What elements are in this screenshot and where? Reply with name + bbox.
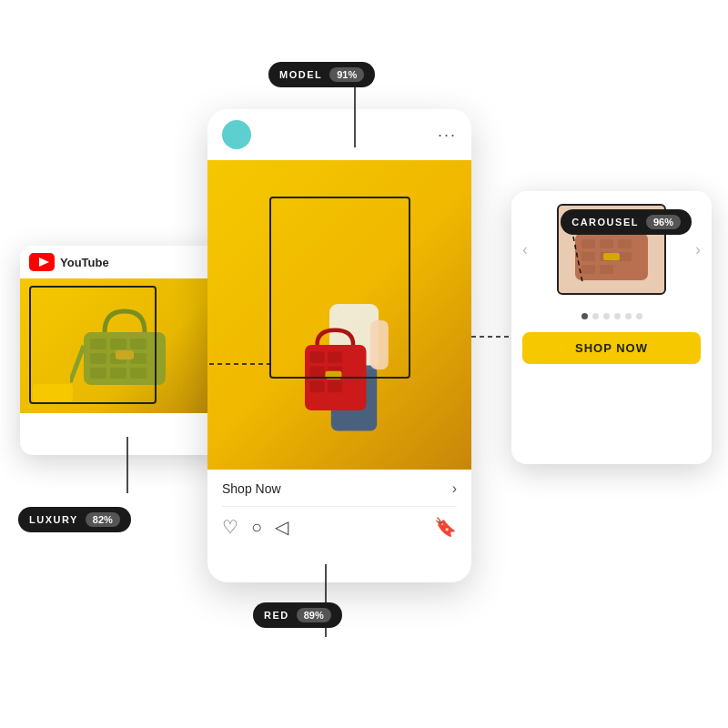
ecom-dot-6 <box>636 313 642 319</box>
carousel-badge: CAROUSEL 96% <box>561 209 692 235</box>
instagram-header: ··· <box>207 109 471 160</box>
svg-rect-35 <box>581 252 595 261</box>
youtube-card: YouTube <box>20 246 229 455</box>
instagram-share-icon[interactable]: ◁ <box>275 516 288 538</box>
instagram-like-icon[interactable]: ♡ <box>222 516 238 538</box>
ecom-dot-4 <box>614 313 621 319</box>
ecom-carousel-dots <box>581 313 642 319</box>
youtube-title: YouTube <box>60 256 109 269</box>
ecom-prev-arrow[interactable]: ‹ <box>522 240 528 259</box>
instagram-image-area <box>207 160 471 470</box>
svg-rect-40 <box>603 253 620 260</box>
luxury-badge: LUXURY 82% <box>18 507 131 532</box>
youtube-yellow-badge <box>33 384 73 402</box>
youtube-image-area <box>20 278 229 413</box>
instagram-card: ··· <box>207 109 471 582</box>
instagram-avatar <box>222 120 251 149</box>
instagram-selection-box <box>269 197 410 379</box>
model-badge: MODEL 91% <box>268 62 375 87</box>
scene: YouTube <box>0 0 728 728</box>
instagram-menu-dots[interactable]: ··· <box>438 126 457 145</box>
red-badge: RED 89% <box>253 602 342 628</box>
svg-rect-27 <box>309 381 324 393</box>
ecom-dot-2 <box>592 313 599 319</box>
svg-rect-39 <box>600 265 613 274</box>
luxury-badge-label: LUXURY <box>29 514 78 525</box>
red-badge-label: RED <box>264 610 289 621</box>
svg-rect-28 <box>328 381 342 393</box>
svg-rect-37 <box>618 252 632 261</box>
carousel-badge-percent: 96% <box>646 215 681 229</box>
red-badge-percent: 89% <box>297 608 331 622</box>
youtube-logo-icon <box>29 253 55 271</box>
instagram-chevron-icon: › <box>452 480 457 497</box>
instagram-bookmark-icon[interactable]: 🔖 <box>434 516 457 538</box>
instagram-shop-row[interactable]: Shop Now › <box>222 480 457 507</box>
luxury-badge-percent: 82% <box>86 512 120 527</box>
carousel-badge-label: CAROUSEL <box>571 217 639 228</box>
instagram-bottom: Shop Now › ♡ ○ ◁ 🔖 <box>207 470 471 549</box>
svg-rect-33 <box>600 239 613 248</box>
instagram-comment-icon[interactable]: ○ <box>251 517 262 538</box>
model-badge-label: MODEL <box>279 69 322 80</box>
svg-rect-34 <box>618 239 632 248</box>
model-badge-percent: 91% <box>329 67 364 82</box>
instagram-actions: ♡ ○ ◁ 🔖 <box>222 507 457 538</box>
ecom-dot-3 <box>603 313 610 319</box>
svg-rect-38 <box>581 265 595 274</box>
ecom-dot-5 <box>625 313 632 319</box>
ecom-dot-1 <box>581 313 588 319</box>
instagram-shop-now-text: Shop Now <box>222 481 281 496</box>
ecom-next-arrow[interactable]: › <box>695 240 701 259</box>
ecom-shop-now-button[interactable]: SHOP NOW <box>522 332 701 364</box>
svg-rect-32 <box>581 239 595 248</box>
youtube-header: YouTube <box>20 246 229 278</box>
